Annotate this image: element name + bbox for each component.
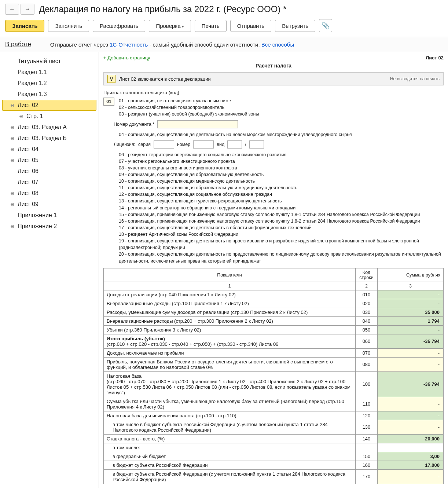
cell-sum[interactable]: 3,00 bbox=[378, 452, 444, 461]
code-description: 17 - организация, осуществляющая деятель… bbox=[119, 224, 444, 231]
code-description: 11 - организация, осуществляющая образов… bbox=[119, 184, 444, 191]
tree-item[interactable]: ⊕Лист 04 bbox=[2, 144, 96, 155]
expand-icon[interactable]: ⊕ bbox=[10, 223, 15, 229]
decode-button[interactable]: Расшифровать bbox=[93, 20, 145, 32]
include-checkbox[interactable]: V bbox=[107, 75, 115, 83]
taxpayer-code-value[interactable]: 01 bbox=[103, 98, 114, 106]
cell-sum[interactable]: -36 794 bbox=[378, 371, 444, 397]
tree-item-label: Лист 09 bbox=[18, 201, 38, 208]
fill-button[interactable]: Заполнить bbox=[48, 20, 89, 32]
cell-indicator: в федеральный бюджет bbox=[104, 452, 356, 461]
tree-item[interactable]: Раздел 1.3 bbox=[2, 89, 96, 100]
nav-forward-button[interactable]: → bbox=[21, 4, 34, 15]
tree-item[interactable]: Лист 07 bbox=[2, 177, 96, 188]
table-row: Доходы от реализации (стр.040 Приложения… bbox=[104, 290, 444, 299]
cell-sum[interactable]: - bbox=[378, 357, 444, 371]
cell-code bbox=[356, 443, 378, 452]
attach-button[interactable]: 📎 bbox=[319, 19, 332, 32]
tree-item[interactable]: ⊕Лист 05 bbox=[2, 155, 96, 166]
section-title: Расчет налога bbox=[103, 63, 444, 69]
cell-sum[interactable]: - bbox=[378, 420, 444, 434]
cell-sum[interactable]: -36 794 bbox=[378, 334, 444, 348]
cell-sum[interactable]: 35 000 bbox=[378, 308, 444, 316]
cell-indicator: Прибыль, полученная Банком России от осу… bbox=[104, 357, 356, 371]
tree-item[interactable]: Раздел 1.1 bbox=[2, 67, 96, 78]
expand-icon[interactable]: ⊕ bbox=[10, 157, 15, 163]
cell-sum[interactable]: 17,000 bbox=[378, 461, 444, 469]
cell-code: 120 bbox=[356, 411, 378, 420]
status-link[interactable]: В работе bbox=[5, 41, 31, 48]
expand-icon[interactable]: ⊕ bbox=[10, 124, 15, 130]
cell-indicator: Доходы, исключаемые из прибыли bbox=[104, 348, 356, 357]
page-title: Декларация по налогу на прибыль за 2022 … bbox=[39, 4, 286, 14]
cell-sum[interactable]: 20,000 bbox=[378, 434, 444, 443]
doc-number-label: Номер документа * bbox=[114, 122, 154, 127]
cell-sum[interactable]: 1 794 bbox=[378, 316, 444, 325]
tree-item[interactable]: Приложение 1 bbox=[2, 210, 96, 221]
tree-item-label: Приложение 2 bbox=[18, 223, 57, 230]
doc-number-input[interactable] bbox=[157, 120, 238, 128]
cell-code: 060 bbox=[356, 334, 378, 348]
cell-indicator: Итого прибыль (убыток)(стр.010 + стр.020… bbox=[104, 334, 356, 348]
tree-item[interactable]: ⊕Лист 08 bbox=[2, 188, 96, 199]
expand-icon[interactable]: ⊕ bbox=[10, 190, 15, 196]
code-description: 19 - организация, осуществляющая деятель… bbox=[119, 238, 444, 251]
tree-item-label: Лист 05 bbox=[18, 157, 38, 164]
all-methods-link[interactable]: Все способы bbox=[261, 41, 294, 48]
cell-sum[interactable]: - bbox=[378, 325, 444, 334]
table-row: Внереализационные расходы (стр.200 + стр… bbox=[104, 316, 444, 325]
tree-item[interactable]: Титульный лист bbox=[2, 56, 96, 67]
tree-item[interactable]: ⊕Приложение 2 bbox=[2, 221, 96, 232]
tree-item-label: Раздел 1.2 bbox=[18, 80, 47, 87]
cell-sum[interactable]: - bbox=[378, 348, 444, 357]
tree-item[interactable]: ⊕Лист 09 bbox=[2, 199, 96, 210]
write-button[interactable]: Записать bbox=[5, 20, 44, 32]
cell-indicator: в бюджет субъекта Российской Федерации bbox=[104, 461, 356, 469]
cell-sum[interactable]: - bbox=[378, 469, 444, 484]
tree-item[interactable]: ⊖Лист 02 bbox=[2, 100, 96, 111]
nav-back-button[interactable]: ← bbox=[5, 4, 19, 15]
table-row: Убытки (стр.360 Приложения 3 к Листу 02)… bbox=[104, 325, 444, 334]
tree-item-label: Раздел 1.3 bbox=[18, 91, 47, 98]
cell-sum[interactable]: - bbox=[378, 290, 444, 299]
code-description: 02 - сельскохозяйственный товаропроизвод… bbox=[119, 104, 444, 111]
export-button[interactable]: Выгрузить bbox=[275, 20, 315, 32]
collapse-icon[interactable]: ⊖ bbox=[10, 102, 15, 108]
print-button[interactable]: Печать bbox=[195, 20, 227, 32]
cell-indicator: Налоговая база для исчисления налога (ст… bbox=[104, 411, 356, 420]
code-description: 09 - организация, осуществляющая образов… bbox=[119, 171, 444, 178]
cell-indicator: в бюджет субъекта Российской Федерации (… bbox=[104, 469, 356, 484]
cell-code: 170 bbox=[356, 469, 378, 484]
cell-indicator: Расходы, уменьшающие сумму доходов от ре… bbox=[104, 308, 356, 316]
reporting-link[interactable]: 1С-Отчетность bbox=[110, 41, 148, 48]
expand-icon[interactable]: ⊕ bbox=[10, 146, 15, 152]
cell-sum[interactable]: - bbox=[378, 299, 444, 308]
cell-sum[interactable]: - bbox=[378, 411, 444, 420]
code-description: 16 - организация, применяющая пониженную… bbox=[119, 218, 444, 224]
license-type-input-1[interactable] bbox=[227, 140, 242, 149]
expand-icon[interactable]: ⊕ bbox=[18, 113, 24, 119]
tree-item[interactable]: ⊕Стр. 1 bbox=[2, 111, 96, 122]
license-slash: / bbox=[245, 142, 246, 147]
tree-item[interactable]: Лист 06 bbox=[2, 166, 96, 177]
tree-item[interactable]: ⊕Лист 03. Раздел А bbox=[2, 122, 96, 133]
cell-indicator: в том числе в бюджет субъекта Российской… bbox=[104, 420, 356, 434]
cell-indicator: Сумма убытка или части убытка, уменьшающ… bbox=[104, 397, 356, 411]
license-type-input-2[interactable] bbox=[249, 140, 264, 149]
tree-item-label: Лист 02 bbox=[18, 102, 38, 109]
tree-item[interactable]: ⊕Лист 03. Раздел Б bbox=[2, 133, 96, 144]
code-description: 18 - резидент Арктической зоны Российско… bbox=[119, 231, 444, 238]
cell-sum[interactable]: - bbox=[378, 397, 444, 411]
expand-icon[interactable]: ⊕ bbox=[10, 135, 15, 141]
send-button[interactable]: Отправить bbox=[230, 20, 271, 32]
add-page-link[interactable]: Добавить страницу bbox=[103, 55, 150, 61]
license-series-input[interactable] bbox=[154, 140, 174, 149]
license-number-input[interactable] bbox=[193, 140, 214, 149]
license-series-label: серия bbox=[138, 142, 151, 147]
tree-item-label: Приложение 1 bbox=[18, 212, 57, 219]
tree-item[interactable]: Раздел 1.2 bbox=[2, 78, 96, 89]
check-button[interactable]: Проверка bbox=[149, 20, 191, 32]
cell-code: 030 bbox=[356, 308, 378, 316]
expand-icon[interactable]: ⊕ bbox=[10, 201, 15, 207]
code-description: 12 - организация, осуществляющая социаль… bbox=[119, 191, 444, 198]
